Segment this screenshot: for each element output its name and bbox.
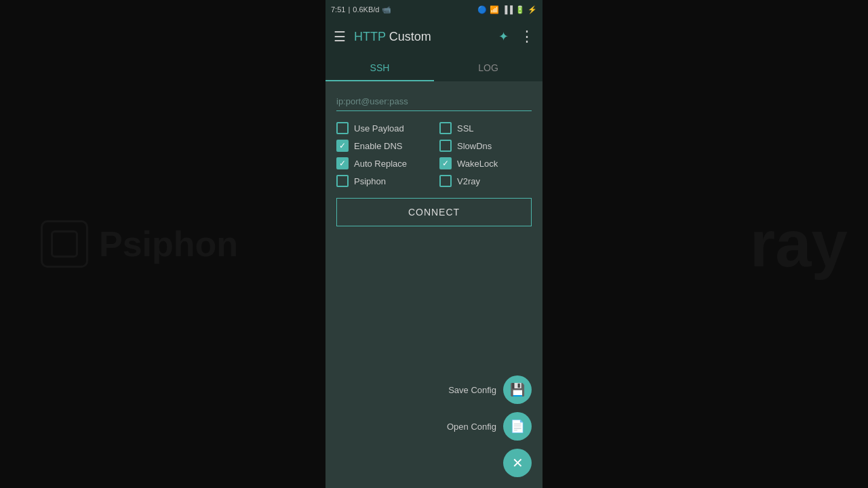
label-auto-replace: Auto Replace <box>354 159 407 169</box>
app-title: HTTP Custom <box>354 30 490 44</box>
star-icon[interactable]: ✦ <box>498 29 509 44</box>
close-fab-button[interactable]: ✕ <box>503 449 532 477</box>
data-speed: | <box>348 5 350 14</box>
save-icon: 💾 <box>510 382 525 397</box>
option-wakelock: WakeLock <box>439 157 532 169</box>
open-config-button[interactable]: 📄 <box>503 412 532 441</box>
charging-icon: ⚡ <box>528 5 537 14</box>
option-enable-dns: Enable DNS <box>336 140 429 152</box>
fab-area: Save Config 💾 Open Config 📄 ✕ <box>326 365 542 488</box>
option-auto-replace: Auto Replace <box>336 157 429 169</box>
save-config-label: Save Config <box>448 385 496 395</box>
close-fab-row: ✕ <box>503 449 532 477</box>
checkbox-psiphon[interactable] <box>336 175 349 187</box>
tab-ssh[interactable]: SSH <box>326 54 434 81</box>
bluetooth-icon: 🔵 <box>477 5 487 14</box>
connect-button[interactable]: CONNECT <box>336 198 532 226</box>
label-slow-dns: SlowDns <box>457 141 492 151</box>
app-title-http: HTTP <box>354 30 386 43</box>
app-bar-actions: ✦ ⋮ <box>498 28 534 45</box>
status-bar: 7:51 | 0.6KB/d 📹 🔵 📶 ▐▐ 🔋 ⚡ <box>326 0 542 19</box>
options-grid: Use Payload SSL Enable DNS SlowDns Auto … <box>336 122 532 187</box>
checkbox-v2ray[interactable] <box>439 175 452 187</box>
phone-frame: 7:51 | 0.6KB/d 📹 🔵 📶 ▐▐ 🔋 ⚡ ☰ HTTP Custo… <box>326 0 542 488</box>
file-icon: 📄 <box>510 419 525 434</box>
open-config-row: Open Config 📄 <box>447 412 532 441</box>
wifi-icon: 📶 <box>490 5 499 14</box>
label-v2ray: V2ray <box>457 176 480 186</box>
app-bar: ☰ HTTP Custom ✦ ⋮ <box>326 19 542 54</box>
option-slow-dns: SlowDns <box>439 140 532 152</box>
battery-icon: 🔋 <box>515 5 525 14</box>
label-psiphon: Psiphon <box>354 176 386 186</box>
checkbox-enable-dns[interactable] <box>336 140 349 152</box>
option-psiphon: Psiphon <box>336 175 429 187</box>
tabs-container: SSH LOG <box>326 54 542 81</box>
checkbox-use-payload[interactable] <box>336 122 349 134</box>
more-options-icon[interactable]: ⋮ <box>519 28 534 45</box>
checkbox-slow-dns[interactable] <box>439 140 452 152</box>
tab-log[interactable]: LOG <box>434 54 542 81</box>
label-use-payload: Use Payload <box>354 123 404 134</box>
option-use-payload: Use Payload <box>336 122 429 134</box>
menu-icon[interactable]: ☰ <box>334 28 346 45</box>
checkbox-auto-replace[interactable] <box>336 157 349 169</box>
video-icon: 📹 <box>382 5 391 14</box>
ssh-input[interactable] <box>336 92 532 111</box>
signal-icon: ▐▐ <box>502 5 513 14</box>
app-title-custom: Custom <box>386 30 431 43</box>
label-wakelock: WakeLock <box>457 159 498 169</box>
label-enable-dns: Enable DNS <box>354 141 403 151</box>
checkbox-ssl[interactable] <box>439 122 452 134</box>
option-ssl: SSL <box>439 122 532 134</box>
data-speed-value: 0.6KB/d <box>353 5 379 14</box>
ssh-input-container <box>336 92 532 111</box>
label-ssl: SSL <box>457 123 474 134</box>
close-icon: ✕ <box>512 455 524 471</box>
time: 7:51 <box>331 5 345 14</box>
open-config-label: Open Config <box>447 422 496 432</box>
save-config-button[interactable]: 💾 <box>503 375 532 404</box>
save-config-row: Save Config 💾 <box>448 375 532 404</box>
checkbox-wakelock[interactable] <box>439 157 452 169</box>
option-v2ray: V2ray <box>439 175 532 187</box>
